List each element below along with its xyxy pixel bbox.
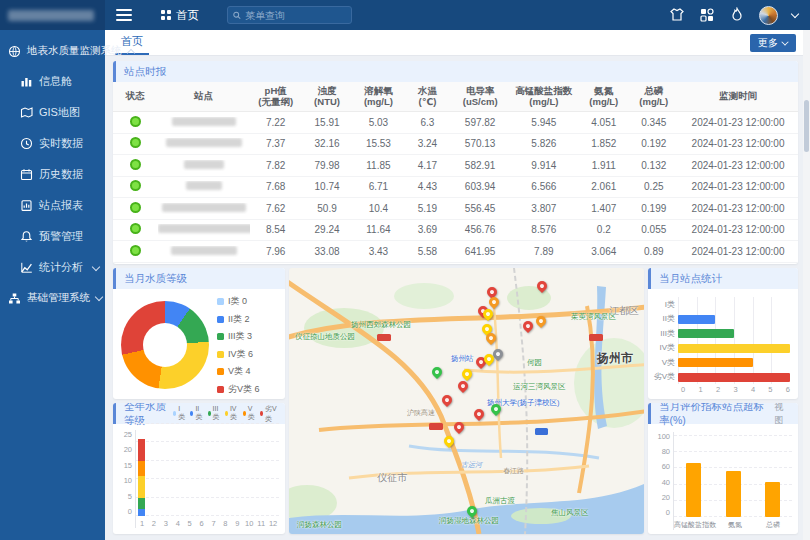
- sidebar-group-1[interactable]: 基础管理系统: [0, 283, 105, 313]
- hamburger-menu-icon[interactable]: [105, 0, 143, 30]
- legend-item[interactable]: V类 4: [217, 365, 260, 378]
- cell-value: 0.192: [629, 138, 678, 150]
- station-name-redacted: [184, 160, 224, 169]
- legend-item[interactable]: 劣V类 6: [217, 383, 260, 396]
- cell-value: 0.055: [629, 224, 678, 236]
- menu-search-input[interactable]: [245, 10, 346, 21]
- cell-value: 1.407: [578, 203, 629, 215]
- table-row[interactable]: 7.9633.083.435.58641.957.893.0640.892024…: [113, 241, 798, 263]
- cell-monitor-time: 2024-01-23 12:00:00: [678, 224, 798, 236]
- cell-value: 0.199: [629, 203, 678, 215]
- sidebar-item-信息舱[interactable]: 信息舱: [0, 66, 105, 97]
- annual-x-axis: 123456789101112: [136, 517, 279, 528]
- legend-item[interactable]: 劣V类: [260, 404, 277, 424]
- table-row[interactable]: 7.8279.9811.854.17582.919.9141.9110.1322…: [113, 155, 798, 177]
- sidebar-item-站点报表[interactable]: 站点报表: [0, 190, 105, 221]
- bar-高锰酸盐指数[interactable]: [686, 463, 701, 517]
- cell-value: 0.132: [629, 160, 678, 172]
- legend-item[interactable]: III类 3: [217, 330, 260, 343]
- column-header: 氨氮(mg/L): [578, 86, 629, 108]
- app-logo: [0, 0, 105, 30]
- sidebar-item-统计分析[interactable]: 统计分析: [0, 252, 105, 283]
- clock-icon: [20, 137, 33, 150]
- bar-总磷[interactable]: [765, 482, 780, 517]
- cell-value: 0.25: [629, 181, 678, 193]
- annual-y-axis: 0510152025: [117, 430, 132, 528]
- bar-氨氮[interactable]: [726, 471, 741, 517]
- more-button[interactable]: 更多: [750, 34, 796, 52]
- station-report-panel: 站点时报 状态站点pH值(无量纲)浊度(NTU)溶解氧(mg/L)水温(℃)电导…: [113, 61, 798, 264]
- table-row[interactable]: 7.2215.915.036.3597.825.9454.0510.345202…: [113, 112, 798, 134]
- cell-value: 3.807: [510, 203, 579, 215]
- legend-item[interactable]: II类: [190, 405, 204, 422]
- exceed-rate-bar-chart: 高锰酸盐指数氨氮总磷: [673, 432, 792, 530]
- cell-value: 10.74: [301, 181, 352, 193]
- map-icon: [20, 106, 33, 119]
- legend-item[interactable]: I类: [173, 405, 187, 422]
- station-stats-bar-chart: I类II类III类IV类V类劣V类0123456: [648, 289, 798, 396]
- legend-item[interactable]: V类: [243, 405, 257, 422]
- user-menu-chevron-down-icon[interactable]: [791, 9, 799, 17]
- exceed-rate-view-link[interactable]: 视图: [774, 403, 790, 427]
- station-name-redacted: [162, 203, 246, 212]
- cell-value: 456.76: [451, 224, 510, 236]
- cell-value: 4.051: [578, 117, 629, 129]
- sidebar-group-0[interactable]: 地表水质量监测系统: [0, 36, 105, 66]
- city-map[interactable]: 扬州市江都区仪征市扬州西郊森林公园仪征捺山地质公园润扬森林公园茱萸湾风景区何园运…: [289, 268, 644, 534]
- alert-icon: [20, 230, 33, 243]
- cell-value: 8.576: [510, 224, 579, 236]
- monthly-station-stats-panel: 当月站点统计 I类II类III类IV类V类劣V类0123456: [648, 268, 798, 399]
- chevron-down-icon: [92, 262, 100, 270]
- bar[interactable]: [678, 329, 734, 338]
- bar[interactable]: [678, 344, 790, 353]
- column-header: pH值(无量纲): [250, 86, 301, 108]
- map-label: 瓜洲古渡: [485, 496, 515, 506]
- cell-value: 3.69: [404, 224, 451, 236]
- sidebar-item-实时数据[interactable]: 实时数据: [0, 128, 105, 159]
- cell-value: 7.96: [250, 246, 301, 258]
- bar[interactable]: [678, 315, 715, 324]
- cell-value: 32.16: [301, 138, 352, 150]
- table-row[interactable]: 7.6250.910.45.19556.453.8071.4070.199202…: [113, 198, 798, 220]
- column-header: 监测时间: [678, 91, 798, 102]
- table-row[interactable]: 8.5429.2411.643.69456.768.5760.20.055202…: [113, 220, 798, 242]
- menu-search-box[interactable]: [227, 6, 352, 24]
- logo-redacted-block: [8, 10, 94, 21]
- sidebar-item-预警管理[interactable]: 预警管理: [0, 221, 105, 252]
- search-icon: [233, 11, 241, 20]
- column-header: 溶解氧(mg/L): [353, 86, 404, 108]
- legend-item[interactable]: II类 2: [217, 313, 260, 326]
- bar[interactable]: [678, 373, 790, 382]
- page-scrollbar-thumb[interactable]: [804, 100, 809, 152]
- exceed-rate-y-axis: 020406080100: [652, 432, 670, 530]
- cell-monitor-time: 2024-01-23 12:00:00: [678, 181, 798, 193]
- sidebar-item-GIS地图[interactable]: GIS地图: [0, 97, 105, 128]
- legend-item[interactable]: III类: [208, 405, 222, 422]
- hbar-row: I类: [652, 297, 790, 312]
- cell-value: 3.24: [404, 138, 451, 150]
- cell-value: 7.68: [250, 181, 301, 193]
- stacked-bar[interactable]: [138, 439, 145, 516]
- map-label: 运河三湾风景区: [513, 382, 566, 392]
- legend-item[interactable]: I类 0: [217, 295, 260, 308]
- status-online-dot: [130, 180, 141, 191]
- layout-screen-icon[interactable]: [699, 7, 715, 23]
- map-label: 仪征捺山地质公园: [295, 332, 355, 342]
- cell-value: 7.82: [250, 160, 301, 172]
- topbar-home-link[interactable]: 首页: [161, 8, 199, 23]
- cell-value: 4.17: [404, 160, 451, 172]
- legend-item[interactable]: IV类 6: [217, 348, 260, 361]
- user-avatar[interactable]: [759, 6, 778, 25]
- sidebar-item-历史数据[interactable]: 历史数据: [0, 159, 105, 190]
- cell-value: 556.45: [451, 203, 510, 215]
- annual-stacked-chart: 123456789101112: [135, 430, 279, 528]
- hbar-row: III类: [652, 326, 790, 341]
- water-quality-donut-chart: [121, 301, 209, 389]
- station-name-redacted: [158, 224, 250, 233]
- flame-icon[interactable]: [729, 7, 745, 23]
- theme-skin-icon[interactable]: [669, 7, 685, 23]
- table-row[interactable]: 7.6810.746.714.43603.946.5662.0610.25202…: [113, 177, 798, 199]
- table-row[interactable]: 7.3732.1615.533.24570.135.8261.8520.1922…: [113, 134, 798, 156]
- legend-item[interactable]: IV类: [225, 405, 239, 422]
- bar[interactable]: [678, 358, 753, 367]
